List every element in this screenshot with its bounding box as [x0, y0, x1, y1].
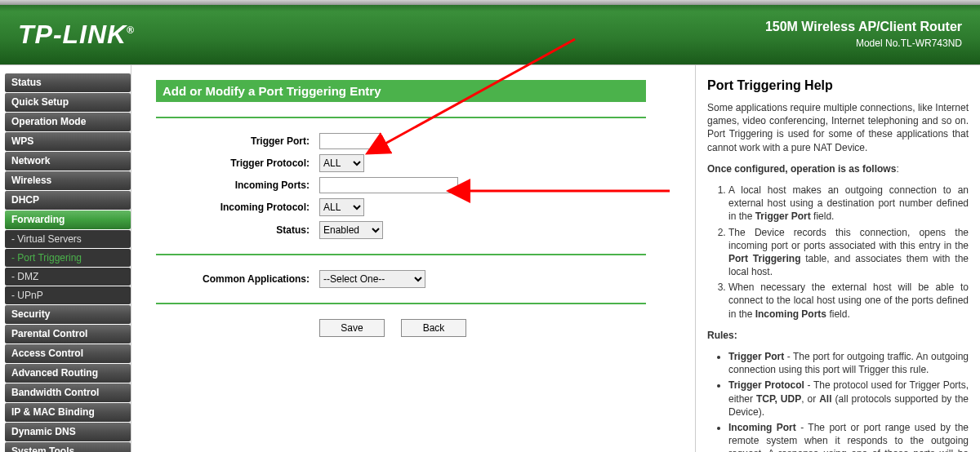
help-step: When necessary the external host will be… [728, 281, 969, 321]
sidebar-item-access-control[interactable]: Access Control [5, 344, 131, 363]
incoming-ports-input[interactable] [319, 177, 458, 193]
help-rules: Trigger Port - The port for outgoing tra… [707, 350, 969, 452]
label-common-apps: Common Applications: [156, 273, 319, 285]
sidebar-item-virtual-servers[interactable]: - Virtual Servers [5, 230, 131, 248]
back-button[interactable]: Back [401, 319, 466, 337]
header: TP-LINK® 150M Wireless AP/Client Router … [0, 0, 980, 65]
help-subtitle: Once configured, operation is as follows… [707, 162, 969, 175]
sidebar-item-status[interactable]: Status [5, 73, 131, 92]
sidebar-item-advanced-routing[interactable]: Advanced Routing [5, 364, 131, 383]
help-steps: A local host makes an outgoing connectio… [707, 184, 969, 321]
sidebar-item-dmz[interactable]: - DMZ [5, 268, 131, 286]
sidebar-item-system-tools[interactable]: System Tools [5, 442, 131, 452]
label-trigger-protocol: Trigger Protocol: [156, 157, 319, 169]
help-panel: Port Triggering Help Some applications r… [696, 65, 980, 452]
header-model: Model No.TL-WR743ND [765, 38, 962, 49]
incoming-protocol-select[interactable]: ALL [319, 198, 364, 216]
help-intro: Some applications require multiple conne… [707, 101, 969, 154]
status-select[interactable]: Enabled [319, 221, 383, 239]
sidebar-item-security[interactable]: Security [5, 305, 131, 324]
label-status: Status: [156, 224, 319, 236]
label-incoming-ports: Incoming Ports: [156, 179, 319, 191]
help-title: Port Triggering Help [707, 78, 969, 93]
help-rule: Trigger Protocol - The protocol used for… [728, 379, 969, 419]
trigger-port-input[interactable] [319, 133, 381, 149]
common-apps-select[interactable]: --Select One-- [319, 270, 425, 288]
main-content: Add or Modify a Port Triggering Entry Tr… [131, 65, 696, 452]
help-rule: Trigger Port - The port for outgoing tra… [728, 350, 969, 376]
header-info: 150M Wireless AP/Client Router Model No.… [765, 20, 962, 49]
sidebar-item-port-triggering[interactable]: - Port Triggering [5, 249, 131, 267]
sidebar-item-operation-mode[interactable]: Operation Mode [5, 113, 131, 131]
header-title: 150M Wireless AP/Client Router [765, 20, 962, 34]
trigger-protocol-select[interactable]: ALL [319, 154, 364, 172]
sidebar-item-wps[interactable]: WPS [5, 132, 131, 151]
sidebar-item-wireless[interactable]: Wireless [5, 171, 131, 190]
sidebar-item-ip-mac-binding[interactable]: IP & MAC Binding [5, 403, 131, 422]
save-button[interactable]: Save [319, 319, 385, 337]
sidebar-item-dynamic-dns[interactable]: Dynamic DNS [5, 423, 131, 441]
separator [156, 303, 646, 304]
sidebar-item-forwarding[interactable]: Forwarding [5, 210, 131, 229]
sidebar: StatusQuick SetupOperation ModeWPSNetwor… [0, 65, 131, 452]
page-title: Add or Modify a Port Triggering Entry [156, 80, 646, 102]
sidebar-item-upnp[interactable]: - UPnP [5, 286, 131, 304]
label-trigger-port: Trigger Port: [156, 135, 319, 147]
sidebar-item-quick-setup[interactable]: Quick Setup [5, 93, 131, 112]
separator [156, 254, 646, 255]
sidebar-item-parental-control[interactable]: Parental Control [5, 325, 131, 343]
help-rule: Incoming Port - The port or port range u… [728, 421, 969, 452]
separator [156, 117, 646, 118]
help-rules-title: Rules: [707, 329, 969, 342]
label-incoming-protocol: Incoming Protocol: [156, 202, 319, 213]
sidebar-item-network[interactable]: Network [5, 152, 131, 171]
help-step: A local host makes an outgoing connectio… [728, 184, 969, 224]
sidebar-item-dhcp[interactable]: DHCP [5, 191, 131, 210]
sidebar-item-bandwidth-control[interactable]: Bandwidth Control [5, 383, 131, 402]
help-step: The Device records this connection, open… [728, 226, 969, 279]
logo: TP-LINK® [18, 20, 135, 50]
